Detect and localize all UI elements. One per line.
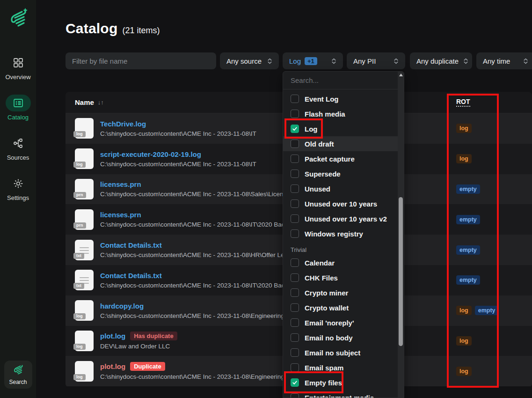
filter-by-name-input[interactable] bbox=[66, 52, 216, 69]
checkbox-icon[interactable] bbox=[291, 363, 299, 372]
checkbox-icon[interactable] bbox=[291, 258, 299, 267]
rot-tags: logempty bbox=[456, 306, 499, 315]
checkbox-icon[interactable] bbox=[291, 140, 299, 148]
column-header-name[interactable]: Name bbox=[75, 98, 94, 106]
dropdown-option-log[interactable]: Log bbox=[283, 121, 404, 136]
sidebar-item-search[interactable]: Search bbox=[4, 361, 32, 389]
dropdown-scrollbar[interactable] bbox=[398, 72, 404, 398]
checkbox-icon[interactable] bbox=[291, 199, 299, 208]
rot-tag-empty: empty bbox=[456, 245, 480, 255]
checkbox-icon[interactable] bbox=[291, 214, 299, 223]
checkbox-icon[interactable] bbox=[291, 393, 299, 398]
rot-tags: empty bbox=[456, 245, 480, 255]
file-path: DEV\Law and Order LLC bbox=[100, 343, 177, 350]
dropdown-option-unused-over-10-years[interactable]: Unused over 10 years bbox=[283, 196, 404, 211]
checkbox-icon[interactable] bbox=[291, 110, 299, 118]
scrollbar-up-arrow-icon[interactable] bbox=[399, 74, 403, 76]
file-name-link[interactable]: hardcopy.log bbox=[100, 302, 144, 310]
duplicate-badge: Duplicate bbox=[130, 362, 165, 371]
dropdown-option-calendar[interactable]: Calendar bbox=[283, 255, 404, 270]
sidebar-search-label: Search bbox=[9, 379, 27, 385]
filter-dropdown-any-time[interactable]: Any time bbox=[476, 52, 532, 69]
rot-tag-empty: empty bbox=[456, 215, 480, 224]
dropdown-option-label: Unused over 10 years bbox=[305, 200, 377, 208]
checkbox-icon[interactable] bbox=[291, 348, 299, 357]
sidebar-item-sources[interactable]: Sources bbox=[0, 135, 36, 161]
dropdown-option-label: Crypto wallet bbox=[305, 304, 349, 312]
filter-dropdown-any-source[interactable]: Any source bbox=[220, 52, 279, 69]
checkbox-icon[interactable] bbox=[291, 303, 299, 312]
checkbox-checked-icon[interactable] bbox=[291, 125, 299, 133]
checkbox-icon[interactable] bbox=[291, 229, 299, 238]
column-header-rot[interactable]: ROT bbox=[456, 98, 470, 107]
checkbox-icon[interactable] bbox=[291, 288, 299, 297]
sidebar-item-overview[interactable]: Overview bbox=[0, 54, 36, 81]
file-name-link[interactable]: script-executer-2020-02-19.log bbox=[100, 150, 201, 158]
dropdown-option-supersede[interactable]: Supersede bbox=[283, 166, 404, 181]
dropdown-option-label: Windows registry bbox=[305, 230, 363, 238]
search-logo-icon bbox=[12, 364, 25, 378]
file-extension-badge: log bbox=[73, 374, 86, 380]
file-name-link[interactable]: licenses.prn bbox=[100, 211, 141, 219]
checkbox-icon[interactable] bbox=[291, 170, 299, 178]
rot-tag-empty: empty bbox=[456, 275, 480, 285]
rot-tag-log: log bbox=[456, 154, 472, 163]
file-extension-badge: log bbox=[73, 313, 86, 319]
filter-dropdown-log[interactable]: Log+1 bbox=[283, 52, 343, 69]
filter-dropdown-label: Any time bbox=[483, 57, 510, 65]
file-path: C:\shinydocs-custom\content\ACME Inc - 2… bbox=[100, 282, 297, 289]
dropdown-option-label: Flash media bbox=[305, 110, 345, 118]
filter-dropdown-label: Any source bbox=[226, 57, 262, 65]
file-icon: txt bbox=[75, 270, 94, 290]
dropdown-option-email-spam[interactable]: Email spam bbox=[283, 360, 404, 375]
rot-tags: empty bbox=[456, 215, 480, 224]
file-name-link[interactable]: TechDrive.log bbox=[100, 120, 146, 128]
dropdown-option-email-noreply-[interactable]: Email 'noreply' bbox=[283, 315, 404, 330]
dropdown-option-event-log[interactable]: Event Log bbox=[283, 91, 404, 106]
checkbox-checked-icon[interactable] bbox=[291, 378, 299, 387]
sidebar-item-settings[interactable]: Settings bbox=[0, 175, 36, 201]
file-name-link[interactable]: Contact Details.txt bbox=[100, 272, 162, 280]
gear-icon bbox=[6, 175, 31, 192]
checkbox-icon[interactable] bbox=[291, 184, 299, 193]
rot-tag-log: log bbox=[456, 306, 472, 315]
dropdown-option-unused[interactable]: Unused bbox=[283, 181, 404, 196]
dropdown-option-empty-files[interactable]: Empty files bbox=[283, 375, 404, 390]
dropdown-option-packet-capture[interactable]: Packet capture bbox=[283, 151, 404, 166]
dropdown-option-email-no-body[interactable]: Email no body bbox=[283, 330, 404, 345]
sidebar-item-catalog[interactable]: Catalog bbox=[0, 95, 36, 121]
filter-dropdown-any-pii[interactable]: Any PII bbox=[347, 52, 405, 69]
file-name-link[interactable]: plot.log bbox=[100, 332, 125, 340]
sidebar-item-label: Settings bbox=[7, 194, 29, 201]
dropdown-option-entertainment-media[interactable]: Entertainment media bbox=[283, 390, 404, 398]
file-name-link[interactable]: plot.log bbox=[100, 362, 125, 370]
rot-tag-empty: empty bbox=[456, 184, 480, 194]
dropdown-option-label: Unused over 10 years v2 bbox=[305, 215, 387, 223]
checkbox-icon[interactable] bbox=[291, 273, 299, 282]
file-name-link[interactable]: Contact Details.txt bbox=[100, 241, 162, 249]
rot-tags: empty bbox=[456, 184, 480, 194]
filter-dropdown-any-duplicate[interactable]: Any duplicate bbox=[410, 52, 472, 69]
dropdown-option-chk-files[interactable]: CHK Files bbox=[283, 270, 404, 285]
dropdown-option-crypto-wallet[interactable]: Crypto wallet bbox=[283, 300, 404, 315]
dropdown-option-label: Event Log bbox=[305, 95, 339, 103]
file-extension-badge: txt bbox=[73, 253, 84, 259]
file-name-link[interactable]: licenses.prn bbox=[100, 180, 141, 188]
dropdown-option-label: Crypto miner bbox=[305, 289, 348, 297]
dropdown-option-flash-media[interactable]: Flash media bbox=[283, 106, 404, 121]
scrollbar-thumb[interactable] bbox=[399, 197, 403, 346]
sort-icon[interactable]: ↓↑ bbox=[98, 99, 104, 106]
file-icon: log bbox=[75, 118, 94, 139]
checkbox-icon[interactable] bbox=[291, 155, 299, 163]
file-extension-badge: prn bbox=[73, 192, 86, 198]
dropdown-option-email-no-subject[interactable]: Email no subject bbox=[283, 345, 404, 360]
file-path: C:\shinydocs-custom\content\ACME Inc - 2… bbox=[100, 373, 301, 380]
dropdown-option-windows-registry[interactable]: Windows registry bbox=[283, 226, 404, 241]
dropdown-option-old-draft[interactable]: Old draft bbox=[283, 136, 404, 151]
dropdown-option-unused-over-10-years-v2[interactable]: Unused over 10 years v2 bbox=[283, 211, 404, 226]
dropdown-search-input[interactable] bbox=[283, 72, 404, 89]
checkbox-icon[interactable] bbox=[291, 333, 299, 342]
dropdown-option-crypto-miner[interactable]: Crypto miner bbox=[283, 285, 404, 300]
checkbox-icon[interactable] bbox=[291, 95, 299, 103]
checkbox-icon[interactable] bbox=[291, 318, 299, 327]
